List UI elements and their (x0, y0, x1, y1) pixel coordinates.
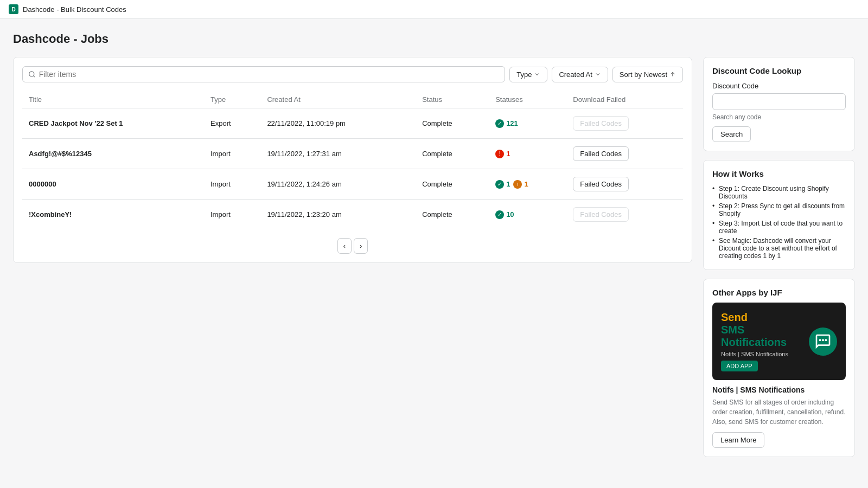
job-type: Import (204, 169, 260, 200)
discount-lookup-card: Discount Code Lookup Discount Code Searc… (703, 57, 855, 151)
svg-point-3 (822, 339, 824, 341)
svg-line-1 (33, 76, 34, 77)
job-status: Complete (416, 200, 489, 230)
discount-code-hint: Search any code (712, 113, 846, 121)
job-statuses: ✓1!1 (489, 169, 566, 200)
job-failed-codes-cell: Failed Codes (566, 169, 683, 200)
warn-icon: ! (495, 150, 504, 158)
job-type: Import (204, 200, 260, 230)
discount-code-input[interactable] (712, 93, 846, 110)
jobs-table: Title Type Created At Status Statuses Do… (22, 91, 683, 229)
jobs-panel: Type Created At Sort by Newest Title (13, 57, 692, 263)
sms-notif-label: SMS (721, 324, 803, 336)
col-statuses: Statuses (489, 91, 566, 108)
failed-codes-btn: Failed Codes (573, 116, 629, 131)
failed-codes-btn[interactable]: Failed Codes (573, 146, 629, 161)
status-count: 10 (506, 210, 514, 219)
job-statuses: !1 (489, 139, 566, 169)
sms-text-block: Send SMS Notifications Notifs | SMS Noti… (721, 311, 803, 371)
job-failed-codes-cell: Failed Codes (566, 108, 683, 139)
col-created-at: Created At (260, 91, 416, 108)
job-status: Complete (416, 139, 489, 169)
col-download-failed: Download Failed (566, 91, 683, 108)
app-title: Dashcode - Bulk Discount Codes (23, 5, 126, 14)
failed-codes-btn: Failed Codes (573, 207, 629, 222)
search-icon (28, 70, 36, 78)
filter-input[interactable] (39, 70, 500, 79)
col-type: Type (204, 91, 260, 108)
chevron-down-icon (595, 71, 601, 78)
col-status: Status (416, 91, 489, 108)
job-created-at: 19/11/2022, 1:24:26 am (260, 169, 416, 200)
status-count: 1 (524, 180, 528, 188)
job-title: CRED Jackpot Nov '22 Set 1 (22, 108, 204, 139)
job-created-at: 22/11/2022, 11:00:19 pm (260, 108, 416, 139)
created-at-filter-btn[interactable]: Created At (552, 67, 608, 82)
svg-point-4 (819, 339, 821, 341)
learn-more-btn[interactable]: Learn More (712, 432, 764, 448)
page-title: Dashcode - Jobs (13, 32, 855, 46)
warn-yellow-icon: ! (513, 180, 522, 189)
how-it-works-list: Step 1: Create Discount using Shopify Di… (712, 184, 846, 261)
other-apps-card: Other Apps by IJF Send SMS Notifications… (703, 279, 855, 457)
filter-bar: Type Created At Sort by Newest (22, 66, 683, 82)
svg-point-0 (29, 72, 34, 76)
sms-send-label: Send (721, 311, 803, 324)
add-app-btn[interactable]: ADD APP (721, 361, 758, 371)
check-icon: ✓ (495, 119, 504, 128)
search-box[interactable] (22, 66, 505, 82)
how-it-works-title: How it Works (712, 169, 846, 178)
failed-codes-btn[interactable]: Failed Codes (573, 177, 629, 191)
check-icon: ✓ (495, 210, 504, 219)
col-title: Title (22, 91, 204, 108)
discount-code-label: Discount Code (712, 82, 846, 90)
job-failed-codes-cell: Failed Codes (566, 139, 683, 169)
job-status: Complete (416, 108, 489, 139)
sort-btn[interactable]: Sort by Newest (612, 67, 683, 82)
table-row: 0000000Import19/11/2022, 1:24:26 amCompl… (22, 169, 683, 200)
app-desc: Send SMS for all stages of order includi… (712, 397, 846, 427)
status-count: 1 (506, 150, 510, 158)
chevron-down-icon (534, 71, 540, 78)
how-it-works-step: Step 1: Create Discount using Shopify Di… (712, 184, 846, 201)
how-it-works-step: See Magic: Dashcode will convert your Di… (712, 236, 846, 261)
sort-icon (669, 71, 676, 78)
right-panel: Discount Code Lookup Discount Code Searc… (703, 57, 855, 457)
other-apps-title: Other Apps by IJF (712, 288, 846, 297)
prev-page-btn[interactable]: ‹ (337, 238, 352, 254)
next-page-btn[interactable]: › (354, 238, 368, 254)
sms-icon (809, 328, 837, 356)
job-title: !XcombineY! (22, 200, 204, 230)
job-failed-codes-cell: Failed Codes (566, 200, 683, 230)
job-type: Export (204, 108, 260, 139)
job-title: Asdfg!@#$%12345 (22, 139, 204, 169)
search-code-btn[interactable]: Search (712, 126, 751, 142)
title-bar: D Dashcode - Bulk Discount Codes (0, 0, 868, 19)
svg-point-5 (825, 339, 827, 341)
pagination: ‹ › (22, 238, 683, 254)
how-it-works-card: How it Works Step 1: Create Discount usi… (703, 160, 855, 270)
job-statuses: ✓10 (489, 200, 566, 230)
table-row: CRED Jackpot Nov '22 Set 1Export22/11/20… (22, 108, 683, 139)
sms-sub-label: Notifs | SMS Notifications (721, 351, 803, 357)
discount-lookup-title: Discount Code Lookup (712, 66, 846, 75)
app-icon: D (9, 4, 18, 14)
job-title: 0000000 (22, 169, 204, 200)
sms-banner: Send SMS Notifications Notifs | SMS Noti… (712, 303, 846, 380)
job-created-at: 19/11/2022, 1:27:31 am (260, 139, 416, 169)
table-row: Asdfg!@#$%12345Import19/11/2022, 1:27:31… (22, 139, 683, 169)
job-status: Complete (416, 169, 489, 200)
how-it-works-step: Step 2: Press Sync to get all discounts … (712, 201, 846, 219)
sms-notifications-label: Notifications (721, 336, 803, 349)
check-icon: ✓ (495, 180, 504, 189)
job-created-at: 19/11/2022, 1:23:20 am (260, 200, 416, 230)
status-count: 1 (506, 180, 510, 188)
app-name: Notifs | SMS Notifications (712, 386, 846, 394)
job-statuses: ✓121 (489, 108, 566, 139)
table-row: !XcombineY!Import19/11/2022, 1:23:20 amC… (22, 200, 683, 230)
type-filter-btn[interactable]: Type (509, 67, 547, 82)
job-type: Import (204, 139, 260, 169)
status-count: 121 (506, 119, 518, 127)
how-it-works-step: Step 3: Import List of code that you wan… (712, 219, 846, 236)
